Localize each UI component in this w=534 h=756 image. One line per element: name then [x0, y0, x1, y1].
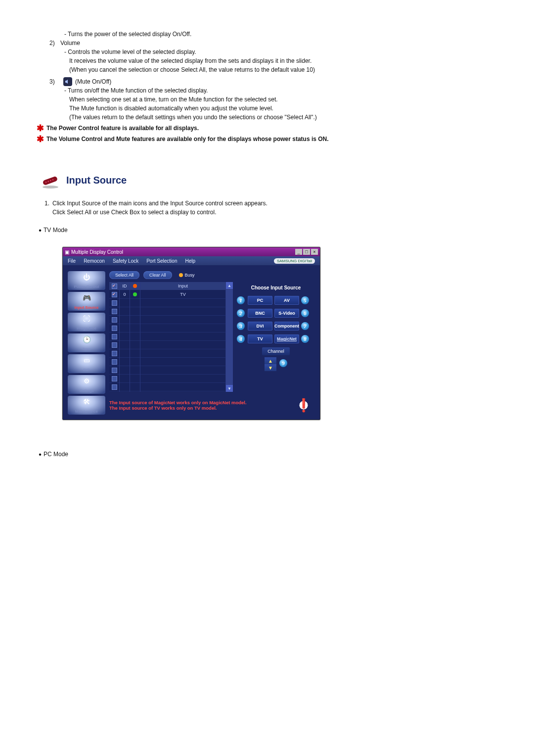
- footer-warning-line-2: The Input source of TV works only on TV …: [109, 405, 247, 411]
- channel-up-button[interactable]: ▲: [265, 357, 276, 364]
- volume-item: 2) Volume: [49, 39, 504, 47]
- note-power-control: ✱ The Power Control feature is available…: [37, 125, 504, 133]
- callout-5-icon: 5: [301, 296, 309, 304]
- note-power-control-text: The Power Control feature is available f…: [46, 125, 199, 133]
- sidebar-item-time[interactable]: 🕑 Time: [68, 333, 105, 352]
- source-component-button[interactable]: Component: [274, 322, 299, 331]
- sidebar-item-label: PIP: [84, 368, 90, 372]
- display-grid: ID 0: [109, 282, 226, 392]
- note-volume-mute-text: The Volume Control and Mute features are…: [46, 136, 329, 143]
- mdc-screenshot: ▣ Multiple Display Control _ □ × File Re…: [62, 247, 504, 420]
- scroll-down-button[interactable]: ▼: [226, 385, 233, 392]
- sidebar-item-label: Settings: [80, 388, 94, 393]
- wrench-icon: 🛠: [83, 398, 90, 406]
- mdc-menubar: File Remocon Safety Lock Port Selection …: [63, 256, 320, 265]
- sidebar-item-power-control[interactable]: ⏻ Power Control: [68, 271, 105, 290]
- grid-check-0[interactable]: [109, 290, 119, 299]
- sidebar-item-pip[interactable]: ▭ PIP: [68, 354, 105, 373]
- clear-all-button[interactable]: Clear All: [143, 271, 172, 279]
- pc-mode-label: PC Mode: [44, 450, 68, 459]
- sidebar-item-maintenance[interactable]: 🛠 Maintenance: [68, 396, 105, 415]
- sidebar-item-label: Power Control: [74, 284, 99, 289]
- scroll-up-button[interactable]: ▲: [226, 282, 233, 289]
- mute-line-3: The Mute function is disabled automatica…: [64, 104, 504, 113]
- sidebar-item-settings[interactable]: ⚙ Settings: [68, 375, 105, 394]
- pc-mode-bullet: • PC Mode: [37, 450, 504, 459]
- menu-help[interactable]: Help: [185, 258, 195, 264]
- svg-point-5: [43, 186, 58, 189]
- mute-line-1: - Turns on/off the Mute function of the …: [64, 86, 504, 95]
- mdc-body: ⏻ Power Control 🎮 Input Source ⛶ Image S…: [63, 265, 320, 420]
- sidebar-item-image-size[interactable]: ⛶ Image Size: [68, 313, 105, 331]
- source-tv-button[interactable]: TV: [248, 334, 272, 343]
- channel-label: Channel: [262, 347, 290, 355]
- menu-safety[interactable]: Safety Lock: [113, 258, 138, 264]
- sidebar-item-input-source[interactable]: 🎮 Input Source: [68, 292, 105, 311]
- select-all-button[interactable]: Select All: [109, 271, 139, 279]
- mute-line-2: When selecting one set at a time, turn o…: [64, 95, 504, 104]
- grid-header-id: ID: [120, 282, 130, 290]
- mute-toggle-icon: [63, 77, 72, 86]
- close-button[interactable]: ×: [311, 249, 318, 255]
- step-1: 1. Click Input Source of the main icons …: [37, 199, 504, 217]
- grid-scrollbar[interactable]: ▲ ▼: [226, 282, 233, 392]
- menu-file[interactable]: File: [68, 258, 76, 264]
- sidebar-item-label: Maintenance: [75, 409, 98, 414]
- source-svideo-button[interactable]: S-Video: [274, 309, 299, 318]
- bullet-icon: •: [37, 226, 44, 235]
- input-source-section-header: Input Source: [39, 171, 504, 189]
- grid-header-check[interactable]: [109, 282, 119, 290]
- callout-9-icon: 9: [279, 359, 287, 367]
- menu-remocon[interactable]: Remocon: [84, 258, 105, 264]
- mdc-window: ▣ Multiple Display Control _ □ × File Re…: [62, 247, 320, 420]
- callout-1-icon: 1: [237, 296, 245, 304]
- gear-icon: ⚙: [84, 377, 90, 385]
- mute-item-label: (Mute On/Off): [75, 77, 111, 86]
- busy-label: Busy: [185, 273, 195, 278]
- step-1-line-a: Click Input Source of the main icons and…: [52, 199, 267, 208]
- maximize-button[interactable]: □: [303, 249, 310, 255]
- source-pc-button[interactable]: PC: [248, 296, 272, 305]
- menu-port[interactable]: Port Selection: [146, 258, 177, 264]
- footer-warning-line-1: The Input source of MagicNet works only …: [109, 400, 247, 405]
- channel-control: Channel ▲ ▼ 9: [237, 347, 315, 371]
- remote-icon: 🎮: [83, 294, 91, 302]
- mute-item: 3) (Mute On/Off): [49, 77, 504, 86]
- source-av-button[interactable]: AV: [274, 296, 299, 305]
- volume-item-label: Volume: [60, 39, 80, 47]
- source-magicnet-button[interactable]: MagicNet: [274, 334, 299, 343]
- brand-badge: SAMSUNG DIGITall: [274, 258, 315, 264]
- mdc-sidebar: ⏻ Power Control 🎮 Input Source ⛶ Image S…: [68, 271, 105, 415]
- step-1-number: 1.: [37, 199, 52, 217]
- source-bnc-button[interactable]: BNC: [248, 309, 272, 318]
- window-buttons: _ □ ×: [295, 249, 318, 255]
- tv-mode-label: TV Mode: [44, 226, 68, 235]
- busy-dot-icon: [179, 273, 183, 277]
- window-title: Multiple Display Control: [71, 249, 123, 255]
- note-volume-mute: ✱ The Volume Control and Mute features a…: [37, 136, 504, 143]
- channel-down-button[interactable]: ▼: [265, 364, 276, 371]
- choose-input-title: Choose Input Source: [237, 282, 315, 293]
- grid-header-input: Input: [140, 282, 225, 290]
- power-status-icon: [133, 284, 137, 288]
- callout-2-icon: 2: [237, 309, 245, 317]
- tv-mode-bullet: • TV Mode: [37, 226, 504, 235]
- power-description: - Turns the power of the selected displa…: [64, 30, 504, 39]
- choose-input-grid: 1 PC AV 5 2 BNC S-Video 6 3 DVI Compon: [237, 295, 315, 344]
- mdc-titlebar: ▣ Multiple Display Control _ □ ×: [63, 247, 320, 256]
- volume-line-2: It receives the volume value of the sele…: [64, 56, 504, 65]
- callout-6-icon: 6: [301, 309, 309, 317]
- alert-icon: ❗: [295, 397, 312, 414]
- source-dvi-button[interactable]: DVI: [248, 322, 272, 331]
- callout-7-icon: 7: [301, 322, 309, 330]
- grid-input-0: TV: [140, 290, 225, 299]
- main-toolbar: Select All Clear All Busy: [109, 271, 315, 279]
- app-icon: ▣: [65, 249, 69, 255]
- power-icon: ⏻: [83, 273, 90, 281]
- choose-input-panel: Choose Input Source 1 PC AV 5 2 BNC S-Vi…: [237, 282, 315, 392]
- clock-icon: 🕑: [83, 335, 91, 343]
- image-size-icon: ⛶: [83, 315, 90, 323]
- sidebar-item-label: Input Source: [75, 305, 99, 310]
- minimize-button[interactable]: _: [295, 249, 302, 255]
- callout-8-icon: 8: [301, 335, 309, 343]
